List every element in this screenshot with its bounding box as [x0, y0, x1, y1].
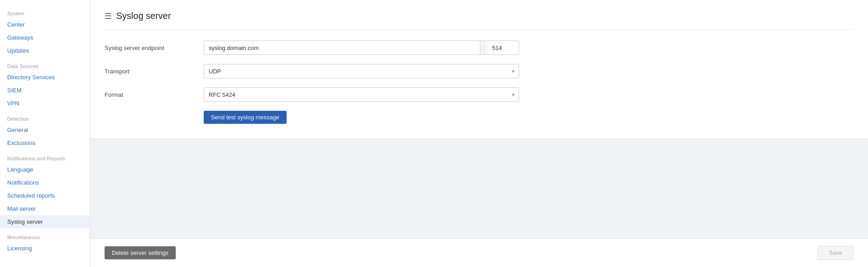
port-input[interactable] [488, 41, 519, 55]
endpoint-input[interactable] [204, 41, 480, 55]
sidebar-item-scheduled-reports[interactable]: Scheduled reports [0, 189, 90, 202]
format-select[interactable]: RFC 5424RFC 3164 [204, 87, 519, 102]
sidebar-item-licensing[interactable]: Licensing [0, 242, 90, 255]
sidebar-item-syslog-server[interactable]: Syslog server [0, 215, 90, 228]
endpoint-control-group: : [204, 41, 519, 55]
format-row: Format RFC 5424RFC 3164 ▾ [105, 87, 854, 102]
syslog-card: ☰ Syslog server Syslog server endpoint :… [90, 0, 868, 139]
main-content: ☰ Syslog server Syslog server endpoint :… [90, 0, 868, 267]
format-label: Format [105, 91, 204, 98]
sidebar-item-gateways[interactable]: Gateways [0, 31, 90, 44]
transport-select-wrapper: UDPTCPTLS ▾ [204, 64, 519, 78]
transport-select[interactable]: UDPTCPTLS [204, 64, 519, 78]
content-area: ☰ Syslog server Syslog server endpoint :… [90, 0, 868, 238]
sidebar-item-notifications[interactable]: Notifications [0, 176, 90, 189]
bottom-actions: Delete server settings Save [90, 238, 868, 267]
format-select-wrapper: RFC 5424RFC 3164 ▾ [204, 87, 519, 102]
send-test-button[interactable]: Send test syslog message [204, 111, 287, 124]
sidebar: SystemCenterGatewaysUpdatesData SourcesD… [0, 0, 90, 267]
sidebar-item-vpn[interactable]: VPN [0, 97, 90, 110]
sidebar-item-language[interactable]: Language [0, 163, 90, 176]
sidebar-item-updates[interactable]: Updates [0, 44, 90, 57]
page-header: ☰ Syslog server [105, 11, 854, 30]
delete-button[interactable]: Delete server settings [105, 246, 176, 259]
test-button-row: Send test syslog message [105, 111, 854, 124]
endpoint-row: Syslog server endpoint : [105, 41, 854, 55]
sidebar-item-center[interactable]: Center [0, 18, 90, 31]
sidebar-item-exclusions[interactable]: Exclusions [0, 136, 90, 149]
sidebar-item-directory-services[interactable]: Directory Services [0, 71, 90, 84]
transport-label: Transport [105, 68, 204, 75]
transport-row: Transport UDPTCPTLS ▾ [105, 64, 854, 78]
page-title: Syslog server [116, 11, 171, 21]
sidebar-item-mail-server[interactable]: Mail server [0, 202, 90, 215]
sidebar-item-siem[interactable]: SIEM [0, 84, 90, 97]
page-icon: ☰ [105, 11, 112, 21]
port-separator-icon: : [480, 41, 488, 55]
sidebar-section-notifications-and-reports: Notifications and Reports [0, 149, 90, 163]
sidebar-section-system: System [0, 5, 90, 18]
sidebar-item-general[interactable]: General [0, 123, 90, 136]
endpoint-label: Syslog server endpoint [105, 45, 204, 51]
save-button[interactable]: Save [818, 246, 854, 260]
sidebar-section-detection: Detection [0, 110, 90, 123]
sidebar-section-data-sources: Data Sources [0, 57, 90, 71]
sidebar-section-miscellaneous: Miscellaneous [0, 228, 90, 242]
